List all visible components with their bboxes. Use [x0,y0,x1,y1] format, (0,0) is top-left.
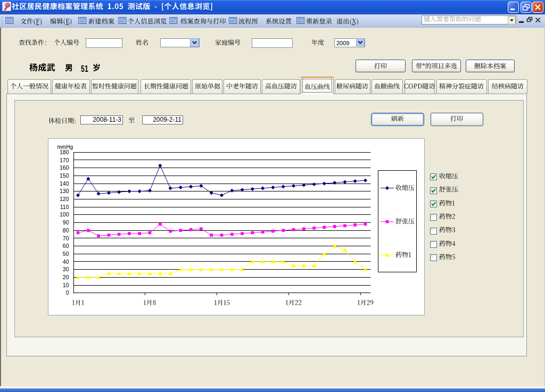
svg-text:110: 110 [60,204,69,210]
svg-text:160: 160 [60,164,69,171]
svg-text:10: 10 [63,282,69,288]
svg-text:100: 100 [60,211,69,218]
svg-text:mmHg: mmHg [57,144,73,150]
svg-text:130: 130 [60,188,69,194]
svg-text:60: 60 [63,243,69,249]
svg-text:120: 120 [60,196,69,202]
svg-text:150: 150 [60,172,69,179]
svg-text:20: 20 [63,274,69,280]
svg-text:0: 0 [66,289,69,296]
svg-text:90: 90 [63,219,69,226]
svg-text:170: 170 [60,157,69,163]
svg-text:140: 140 [60,180,69,187]
svg-text:70: 70 [63,235,69,241]
svg-text:40: 40 [63,258,69,265]
svg-text:50: 50 [63,251,69,257]
svg-text:80: 80 [63,227,69,233]
svg-text:30: 30 [63,266,69,272]
svg-text:180: 180 [60,149,69,155]
